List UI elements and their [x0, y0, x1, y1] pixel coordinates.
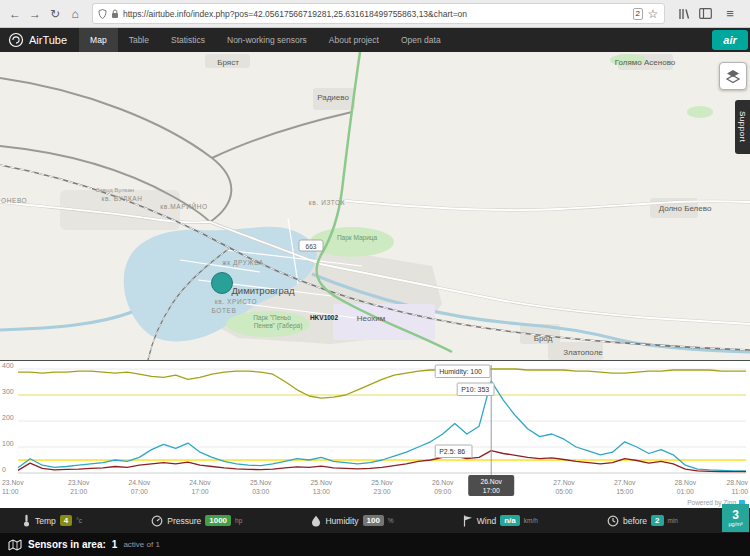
browser-toolbar: ← → ↻ ⌂ https://airtube.info/index.php?p… — [0, 0, 750, 28]
home-icon[interactable]: ⌂ — [66, 5, 84, 23]
legend-humidity-label: Humidity — [325, 516, 358, 526]
airtube-logo-text: AirTube — [29, 34, 67, 46]
site-navbar: AirTube Map Table Statistics Non-working… — [0, 28, 750, 52]
legend-before-value: 2 — [651, 515, 663, 526]
layers-control-button[interactable] — [719, 62, 747, 90]
legend-wind: Wind n/a km/h — [463, 515, 538, 527]
nav-item-table[interactable]: Table — [118, 28, 160, 52]
svg-text:13:00: 13:00 — [313, 488, 330, 495]
legend-humidity-unit: % — [388, 517, 394, 524]
sensors-in-area-count: 1 — [112, 539, 118, 550]
reload-icon[interactable]: ↻ — [46, 5, 64, 23]
legend-before: before 2 min — [607, 515, 678, 527]
map-canvas[interactable]: 663 Бряст Голямо Асеново Радиево ОНЕВО З… — [0, 52, 750, 360]
road-badge-663: 663 — [299, 240, 323, 251]
svg-text:23:00: 23:00 — [373, 488, 390, 495]
legend-wind-label: Wind — [477, 516, 496, 526]
svg-text:P10: 353: P10: 353 — [461, 386, 489, 393]
svg-text:300: 300 — [2, 388, 14, 395]
label-radievo: Радиево — [317, 93, 349, 102]
label-park-penyo-2: Пенев" (Габера) — [254, 322, 303, 330]
svg-text:09:00: 09:00 — [434, 488, 451, 495]
legend-temp-unit: °c — [76, 517, 82, 524]
svg-text:21:00: 21:00 — [70, 488, 87, 495]
svg-text:11:00: 11:00 — [731, 488, 748, 495]
label-kv-iztok: кв. ИЗТОК — [309, 199, 345, 206]
lock-icon — [111, 9, 119, 19]
airtube-logo[interactable]: AirTube — [8, 32, 67, 48]
svg-text:P2.5: 86: P2.5: 86 — [439, 448, 465, 455]
svg-text:17:00: 17:00 — [191, 488, 208, 495]
svg-text:27.Nov: 27.Nov — [553, 479, 575, 486]
label-dimitrovgrad: Димитровград — [231, 285, 295, 296]
url-zoom-badge[interactable]: 2 — [633, 8, 643, 20]
svg-text:25.Nov: 25.Nov — [371, 479, 393, 486]
label-zlatopole: Златополе — [563, 348, 603, 357]
label-neohim: Неохим — [357, 314, 386, 323]
svg-text:24.Nov: 24.Nov — [189, 479, 211, 486]
svg-text:23.Nov: 23.Nov — [68, 479, 90, 486]
label-onevo-fragment: ОНЕВО — [1, 197, 27, 204]
clock-icon — [607, 515, 619, 527]
label-brod: Брод — [534, 334, 553, 343]
label-dolno-belevo: Долно Белево — [659, 204, 712, 213]
svg-text:28.Nov: 28.Nov — [675, 479, 697, 486]
url-text: https://airtube.info/index.php?pos=42.05… — [123, 9, 629, 19]
legend-temp-label: Temp — [35, 516, 56, 526]
label-kv-hristo: кв. ХРИСТО — [215, 298, 257, 305]
nav-item-statistics[interactable]: Statistics — [160, 28, 216, 52]
label-sensor-code: HKV1002 — [310, 314, 339, 321]
airtube-logo-icon — [8, 32, 24, 48]
svg-text:15:00: 15:00 — [616, 488, 633, 495]
menu-icon[interactable]: ≡ — [721, 5, 739, 23]
support-tab[interactable]: Support — [735, 100, 750, 154]
shield-icon — [98, 9, 107, 19]
nav-item-about-project[interactable]: About project — [318, 28, 390, 52]
svg-text:0: 0 — [2, 466, 6, 473]
svg-text:200: 200 — [2, 414, 14, 421]
svg-text:26.Nov: 26.Nov — [432, 479, 454, 486]
sensor-marker[interactable] — [212, 273, 233, 294]
svg-text:400: 400 — [2, 362, 14, 369]
forward-icon[interactable]: → — [26, 5, 44, 23]
legend-before-unit: min — [668, 517, 678, 524]
svg-text:25.Nov: 25.Nov — [311, 479, 333, 486]
air-partner-logo[interactable]: air — [712, 30, 748, 50]
label-park-penyo-1: Парк "Пеньо — [253, 314, 291, 322]
droplet-icon — [311, 515, 321, 527]
svg-text:26.Nov: 26.Nov — [480, 478, 502, 485]
nav-item-map[interactable]: Map — [79, 28, 118, 52]
wind-flag-icon — [463, 515, 473, 527]
legend-pressure-label: Pressure — [167, 516, 201, 526]
label-golyamo-asenovo: Голямо Асеново — [615, 58, 676, 67]
svg-text:663: 663 — [306, 243, 317, 250]
library-icon[interactable] — [678, 8, 690, 20]
bookmark-star-icon[interactable]: ☆ — [647, 5, 659, 23]
label-kv-mariyno: кв.МАРИЙНО — [160, 202, 207, 210]
svg-text:23.Nov: 23.Nov — [2, 479, 24, 486]
label-kv-vulkan: кв. ВУЛКАН — [101, 195, 142, 202]
label-zavod-vulkan: Завод Вулкан — [96, 187, 134, 193]
svg-text:01:00: 01:00 — [677, 488, 694, 495]
label-botev: БОТЕВ — [212, 307, 237, 314]
sensors-in-area-suffix: active of 1 — [123, 540, 159, 549]
svg-text:03:00: 03:00 — [252, 488, 269, 495]
legend-temp: Temp 4 °c — [22, 514, 82, 527]
url-bar[interactable]: https://airtube.info/index.php?pos=42.05… — [92, 3, 665, 24]
legend-wind-unit: km/h — [524, 517, 538, 524]
legend-humidity-value: 100 — [363, 515, 384, 526]
sidebar-icon[interactable] — [699, 8, 712, 19]
map-container[interactable]: 663 Бряст Голямо Асеново Радиево ОНЕВО З… — [0, 52, 750, 360]
back-icon[interactable]: ← — [6, 5, 24, 23]
nav-item-open-data[interactable]: Open data — [390, 28, 452, 52]
browser-action-buttons: ≡ — [673, 5, 744, 23]
nav-item-non-working-sensors[interactable]: Non-working sensors — [216, 28, 318, 52]
pollution-chart[interactable]: 010020030040023.Nov11:0023.Nov21:0024.No… — [0, 361, 750, 509]
legend-humidity: Humidity 100 % — [311, 515, 393, 527]
sensors-in-area-label: Sensors in area: — [28, 539, 106, 550]
label-park-maritsa: Парк Марица — [337, 234, 378, 242]
legend-wind-value: n/a — [500, 515, 520, 526]
svg-text:Humidity: 100: Humidity: 100 — [439, 368, 482, 376]
gauge-icon — [151, 515, 163, 527]
chart-panel: 010020030040023.Nov11:0023.Nov21:0024.No… — [0, 360, 750, 508]
